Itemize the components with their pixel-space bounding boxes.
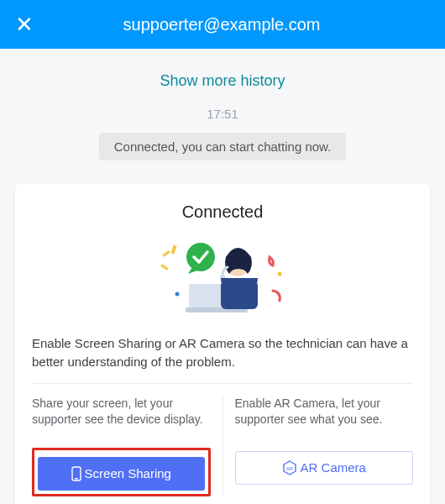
connected-card: Connected Enable Screen Sh	[15, 184, 430, 504]
svg-text:AR: AR	[285, 466, 293, 471]
svg-point-8	[175, 292, 180, 297]
status-message: Connected, you can start chatting now.	[99, 133, 347, 160]
timestamp: 17:51	[0, 107, 445, 133]
svg-point-7	[278, 272, 282, 276]
screen-sharing-button[interactable]: Screen Sharing	[38, 457, 205, 491]
screen-sharing-option: Share your screen, let your supporter se…	[32, 396, 222, 496]
card-title: Connected	[32, 202, 413, 222]
ar-icon: AR	[282, 460, 297, 475]
screen-sharing-desc: Share your screen, let your supporter se…	[32, 396, 211, 448]
svg-point-1	[186, 243, 215, 271]
svg-rect-6	[221, 281, 258, 309]
svg-rect-10	[75, 478, 78, 480]
show-history-link[interactable]: Show more history	[0, 49, 445, 107]
ar-camera-option: Enable AR Camera, let your supporter see…	[222, 396, 414, 496]
svg-rect-0	[170, 245, 176, 255]
phone-icon	[71, 466, 81, 481]
ar-camera-label: AR Camera	[301, 460, 366, 475]
support-illustration	[32, 232, 413, 316]
ar-camera-button[interactable]: AR AR Camera	[235, 451, 414, 485]
ar-camera-desc: Enable AR Camera, let your supporter see…	[235, 396, 414, 448]
options-row: Share your screen, let your supporter se…	[32, 396, 413, 496]
screen-sharing-label: Screen Sharing	[85, 466, 171, 480]
app-header: ✕ suppoerter@example.com	[0, 0, 445, 49]
highlight-box: Screen Sharing	[32, 448, 211, 496]
header-title: suppoerter@example.com	[13, 15, 430, 34]
card-prompt: Enable Screen Sharing or AR Camera so th…	[32, 334, 413, 384]
